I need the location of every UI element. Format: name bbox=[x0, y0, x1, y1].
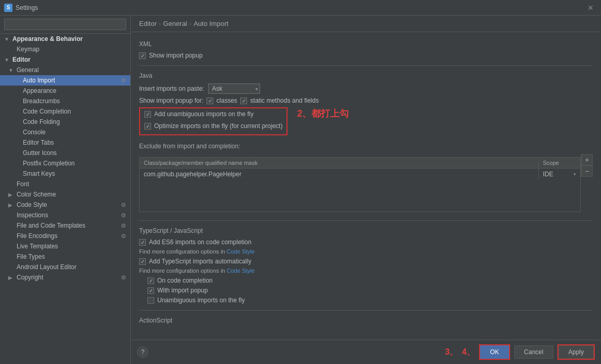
sidebar-item-file-types[interactable]: File Types bbox=[0, 251, 130, 262]
with-import-popup-label: With import popup bbox=[157, 287, 208, 294]
sidebar-item-label: Auto Import bbox=[23, 77, 55, 84]
sidebar-item-inspections[interactable]: Inspections ⚙ bbox=[0, 210, 130, 220]
sidebar-item-label: Postfix Completion bbox=[23, 160, 75, 167]
sidebar-item-file-code-templates[interactable]: File and Code Templates ⚙ bbox=[0, 220, 130, 231]
sidebar-item-color-scheme[interactable]: ▶ Color Scheme bbox=[0, 189, 130, 200]
title-bar: S Settings ✕ bbox=[0, 0, 601, 16]
sidebar-item-appearance-behavior[interactable]: ▼ Appearance & Behavior bbox=[0, 34, 130, 44]
code-style-link-1[interactable]: Code Style bbox=[227, 248, 255, 255]
app-icon: S bbox=[4, 4, 12, 12]
sidebar-item-code-folding[interactable]: Code Folding bbox=[0, 117, 130, 127]
arrow-icon: ▶ bbox=[8, 275, 15, 281]
add-es6-checkbox[interactable] bbox=[139, 239, 146, 246]
add-ts-imports-row: Add TypeScript imports automatically bbox=[139, 258, 593, 265]
close-button[interactable]: ✕ bbox=[584, 3, 597, 13]
sidebar-item-label: File Encodings bbox=[17, 232, 58, 240]
exclude-table-wrap: Class/package/member qualified name mask… bbox=[139, 154, 581, 214]
find-more-ts2-row: Find more configuration options in Code … bbox=[139, 268, 593, 274]
window-title: Settings bbox=[16, 4, 38, 11]
sidebar-item-copyright[interactable]: ▶ Copyright ⚙ bbox=[0, 272, 130, 283]
divider bbox=[139, 65, 593, 66]
content-scroll: XML Show import popup Java Insert import… bbox=[131, 32, 601, 340]
sidebar-item-console[interactable]: Console bbox=[0, 127, 130, 137]
sidebar: Q- ▼ Appearance & Behavior Keymap ▼ Edit… bbox=[0, 16, 131, 364]
search-box: Q- bbox=[0, 16, 130, 34]
actionscript-section-label: ActionScript bbox=[139, 317, 593, 324]
sidebar-item-code-completion[interactable]: Code Completion bbox=[0, 106, 130, 117]
add-row-button[interactable]: + bbox=[581, 154, 593, 165]
sidebar-item-code-style[interactable]: ▶ Code Style ⚙ bbox=[0, 200, 130, 210]
static-methods-checkbox[interactable] bbox=[240, 97, 247, 104]
sidebar-item-postfix-completion[interactable]: Postfix Completion bbox=[0, 158, 130, 169]
sidebar-item-live-templates[interactable]: Live Templates bbox=[0, 241, 130, 251]
insert-imports-select-wrapper: Ask Always Never bbox=[208, 83, 260, 94]
sidebar-item-label: Breadcrumbs bbox=[23, 97, 60, 105]
optimize-imports-row: Optimize imports on the fly (for current… bbox=[144, 122, 282, 130]
sidebar-item-appearance[interactable]: Appearance bbox=[0, 86, 130, 96]
dropdown-arrow-icon: ▾ bbox=[573, 172, 576, 177]
search-input[interactable] bbox=[4, 19, 126, 30]
gear-icon: ⚙ bbox=[121, 212, 126, 219]
breadcrumb-editor: Editor bbox=[139, 20, 157, 27]
exclude-table: Class/package/member qualified name mask… bbox=[139, 157, 581, 212]
table-cell-class: com.github.pagehelper.PageHelper bbox=[140, 169, 539, 180]
unambiguous-imports-row: Unambiguous imports on the fly bbox=[139, 297, 593, 304]
optimize-imports-checkbox[interactable] bbox=[144, 123, 151, 130]
sidebar-item-label: Gutter Icons bbox=[23, 149, 57, 157]
table-col-scope-header: Scope bbox=[539, 158, 580, 168]
sidebar-item-label: Editor Tabs bbox=[23, 139, 54, 146]
sidebar-item-gutter-icons[interactable]: Gutter Icons bbox=[0, 148, 130, 158]
sidebar-item-android-layout-editor[interactable]: Android Layout Editor bbox=[0, 262, 130, 272]
table-header: Class/package/member qualified name mask… bbox=[140, 158, 580, 169]
add-ts-imports-checkbox[interactable] bbox=[139, 258, 146, 265]
sidebar-item-font[interactable]: Font bbox=[0, 179, 130, 189]
sidebar-item-label: Font bbox=[17, 180, 29, 188]
apply-button-wrapper: Apply bbox=[557, 344, 595, 360]
gear-icon: ⚙ bbox=[121, 202, 126, 208]
classes-checkbox[interactable] bbox=[207, 97, 213, 104]
with-import-popup-checkbox[interactable] bbox=[147, 287, 154, 294]
add-unambiguous-row: Add unambiguous imports on the fly bbox=[144, 110, 282, 118]
cancel-button[interactable]: Cancel bbox=[514, 345, 553, 359]
help-button[interactable]: ? bbox=[137, 346, 148, 358]
sidebar-item-label: Color Scheme bbox=[17, 191, 56, 198]
insert-imports-select[interactable]: Ask Always Never bbox=[208, 83, 260, 94]
gear-icon: ⚙ bbox=[121, 77, 126, 84]
insert-imports-label: Insert imports on paste: bbox=[139, 85, 204, 92]
exclude-section: Class/package/member qualified name mask… bbox=[139, 154, 593, 214]
sidebar-item-editor-tabs[interactable]: Editor Tabs bbox=[0, 137, 130, 148]
breadcrumb-sep: › bbox=[159, 20, 161, 27]
breadcrumb-general: General bbox=[163, 20, 187, 27]
sidebar-item-auto-import[interactable]: Auto Import ⚙ bbox=[0, 75, 130, 86]
sidebar-item-general[interactable]: ▼ General bbox=[0, 65, 130, 75]
gear-icon: ⚙ bbox=[121, 222, 126, 229]
sidebar-item-breadcrumbs[interactable]: Breadcrumbs bbox=[0, 96, 130, 106]
add-unambiguous-checkbox[interactable] bbox=[144, 111, 151, 118]
annotation-2: 2、都打上勾 bbox=[297, 107, 349, 120]
on-code-completion-label: On code completion bbox=[157, 277, 213, 284]
sidebar-item-editor[interactable]: ▼ Editor bbox=[0, 54, 130, 65]
sidebar-item-smart-keys[interactable]: Smart Keys bbox=[0, 169, 130, 179]
on-code-completion-checkbox[interactable] bbox=[147, 277, 154, 284]
bottom-right: 3、 4、 OK Cancel Apply bbox=[445, 344, 595, 360]
arrow-icon: ▼ bbox=[4, 57, 10, 63]
sidebar-item-keymap[interactable]: Keymap bbox=[0, 44, 130, 54]
sidebar-item-label: Live Templates bbox=[17, 243, 58, 250]
annotation-4: 4、 bbox=[462, 347, 475, 358]
settings-window: S Settings ✕ Q- ▼ Appearance & Behavior … bbox=[0, 0, 601, 364]
unambiguous-imports-checkbox[interactable] bbox=[147, 297, 154, 304]
table-col-name-header: Class/package/member qualified name mask bbox=[140, 158, 539, 168]
search-wrapper: Q- bbox=[4, 19, 126, 30]
sidebar-item-file-encodings[interactable]: File Encodings ⚙ bbox=[0, 231, 130, 241]
sidebar-item-label: Code Folding bbox=[23, 118, 60, 125]
remove-row-button[interactable]: − bbox=[581, 165, 593, 177]
table-row[interactable]: com.github.pagehelper.PageHelper IDE ▾ bbox=[140, 169, 580, 180]
ok-button[interactable]: OK bbox=[480, 345, 509, 359]
xml-show-import-popup-checkbox[interactable] bbox=[139, 52, 146, 59]
java-section-label: Java bbox=[139, 72, 593, 79]
with-import-popup-row: With import popup bbox=[139, 287, 593, 294]
bottom-bar: ? 3、 4、 OK Cancel Apply bbox=[131, 340, 601, 364]
on-code-completion-row: On code completion bbox=[139, 277, 593, 284]
apply-button[interactable]: Apply bbox=[558, 345, 594, 359]
code-style-link-2[interactable]: Code Style bbox=[227, 268, 255, 274]
